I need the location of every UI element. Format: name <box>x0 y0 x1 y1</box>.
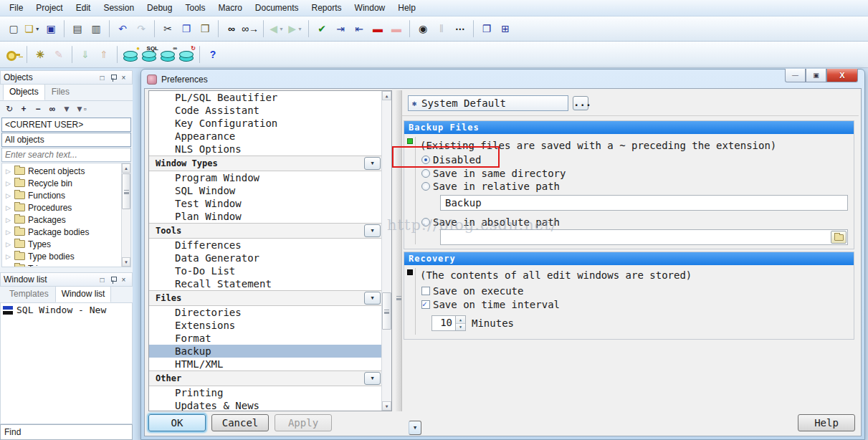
indent-icon[interactable]: ⇥ <box>331 19 350 38</box>
maximize-button[interactable]: ▣ <box>806 69 826 82</box>
minimize-button[interactable]: — <box>785 69 806 82</box>
redo-icon[interactable]: ↷ <box>132 19 151 38</box>
cut-icon[interactable]: ✂ <box>158 19 177 38</box>
scroll-up-icon[interactable]: ▲ <box>382 91 391 100</box>
dropdown-arrow-icon[interactable]: ▼ <box>12 52 17 57</box>
section-collapse-icon[interactable]: ▼ <box>364 372 381 385</box>
user-filter-combo[interactable]: <CURRENT USER> ▼ <box>1 118 131 132</box>
preferences-category-item[interactable]: Recall Statement <box>149 277 391 290</box>
outdent-icon[interactable]: ⇤ <box>350 19 368 38</box>
undo-icon[interactable]: ↶ <box>113 19 132 38</box>
preferences-category-item[interactable]: Tools ▼ <box>149 223 391 239</box>
filter-icon[interactable]: ▼ <box>60 102 73 115</box>
preferences-category-item[interactable]: Backup <box>149 345 391 358</box>
menu-item[interactable]: File <box>3 0 29 16</box>
tree-item[interactable]: ▷ Recent objects <box>2 165 130 177</box>
pin-panel-icon[interactable] <box>108 72 118 82</box>
help-button[interactable]: Help <box>798 414 855 431</box>
macro-pause-icon[interactable]: ‖ <box>432 19 451 38</box>
configure-icon[interactable]: ✳ <box>31 45 49 64</box>
radio-relative-path[interactable] <box>421 182 430 191</box>
preferences-list-scrollbar[interactable]: ▲ ▼ <box>381 91 391 411</box>
objects-tree-scrollbar[interactable]: ▲ ▼ <box>121 163 130 267</box>
tree-item[interactable]: ▷ Recycle bin <box>2 177 130 189</box>
section-collapse-icon[interactable]: ▼ <box>364 292 381 305</box>
preferences-category-item[interactable]: Program Window <box>149 171 391 184</box>
menu-item[interactable]: Tools <box>178 0 211 16</box>
float-panel-icon[interactable]: □ <box>97 72 108 82</box>
tree-item[interactable]: ▷ Functions <box>2 189 130 201</box>
preferences-category-item[interactable]: SQL Window <box>149 184 391 197</box>
expand-arrow-icon[interactable]: ▷ <box>6 265 11 268</box>
checkbox-save-on-interval[interactable] <box>421 300 430 309</box>
expand-arrow-icon[interactable]: ▷ <box>6 229 11 236</box>
preferences-category-item[interactable]: Printing <box>149 386 391 399</box>
preferences-category-item[interactable]: Code Assistant <box>149 104 391 117</box>
menu-item[interactable]: Help <box>391 0 422 16</box>
option-save-on-execute[interactable]: Save on execute <box>421 285 523 297</box>
scrollbar-thumb[interactable] <box>382 292 391 330</box>
pin-panel-icon[interactable] <box>108 274 118 284</box>
expand-arrow-icon[interactable]: ▷ <box>6 241 11 248</box>
option-absolute-path[interactable]: Save in absolute path <box>421 216 560 228</box>
tree-item[interactable]: ▷ Packages <box>2 214 130 226</box>
help-icon[interactable]: ? <box>204 45 222 64</box>
section-collapse-icon[interactable]: ▼ <box>364 224 381 237</box>
preferences-category-item[interactable]: Other ▼ <box>149 370 391 386</box>
preferences-category-item[interactable]: Updates & News <box>149 399 391 411</box>
filter-settings-icon[interactable]: ▼▫ <box>75 102 87 115</box>
menu-item[interactable]: Debug <box>140 0 178 16</box>
new-item-icon[interactable]: ▢ <box>4 19 23 38</box>
find-db-icon[interactable]: ∞ <box>158 45 177 64</box>
new-session-db-icon[interactable]: ● <box>121 45 140 64</box>
list-splitter[interactable] <box>396 90 401 411</box>
tile-windows-icon[interactable]: ⊞ <box>496 19 515 38</box>
menu-item[interactable]: Macro <box>211 0 248 16</box>
scroll-down-icon[interactable]: ▼ <box>122 257 130 267</box>
scroll-down-icon[interactable]: ▼ <box>382 401 391 411</box>
tab-window-list[interactable]: Window list <box>55 286 112 302</box>
find-icon[interactable]: ∞ <box>222 19 241 38</box>
combo-arrow-icon[interactable]: ▼ <box>409 421 421 435</box>
option-save-on-interval[interactable]: Save on time interval <box>421 299 560 310</box>
browse-folder-button[interactable] <box>831 231 846 244</box>
relative-path-field[interactable]: Backup <box>440 195 848 211</box>
refresh-icon[interactable]: ↻ <box>3 102 16 115</box>
save-icon[interactable]: ▣ <box>42 19 60 38</box>
menu-item[interactable]: Session <box>97 0 140 16</box>
expand-arrow-icon[interactable]: ▷ <box>6 216 11 224</box>
macro-library-icon[interactable]: ⋯ <box>451 19 469 38</box>
menu-item[interactable]: Documents <box>249 0 305 16</box>
clear-breakpoint-icon[interactable]: ▬ <box>387 19 406 38</box>
object-search-input[interactable] <box>1 148 131 162</box>
preferences-category-item[interactable]: Key Configuration <box>149 117 391 130</box>
preferences-category-item[interactable]: Directories <box>149 306 391 319</box>
open-file-icon[interactable]: ❏▼ <box>23 19 42 38</box>
print-preview-icon[interactable]: ▥ <box>87 19 105 38</box>
close-panel-icon[interactable]: × <box>118 72 129 82</box>
back-icon[interactable]: ◀▼ <box>267 19 286 38</box>
set-breakpoint-icon[interactable]: ▬ <box>368 19 387 38</box>
preferences-category-item[interactable]: Differences <box>149 239 391 252</box>
preferences-category-item[interactable]: PL/SQL Beautifier <box>149 91 391 104</box>
commit-icon[interactable]: ⇓ <box>76 45 95 64</box>
edit-icon[interactable]: ✎ <box>49 45 68 64</box>
tree-item[interactable]: ▷ Type bodies <box>2 250 130 262</box>
spin-down-icon[interactable]: ▼ <box>456 324 465 331</box>
float-panel-icon[interactable]: □ <box>97 274 108 284</box>
option-same-directory[interactable]: Save in same directory <box>421 168 566 179</box>
tree-item[interactable]: ▷ Triggers <box>2 262 130 267</box>
menu-item[interactable]: Edit <box>70 0 97 16</box>
profile-more-button[interactable]: ... <box>573 96 588 110</box>
expand-arrow-icon[interactable]: ▷ <box>6 168 11 175</box>
logon-icon[interactable]: ▼ <box>4 45 23 64</box>
collapse-icon[interactable]: − <box>32 102 44 115</box>
option-relative-path[interactable]: Save in relative path <box>421 181 560 192</box>
preferences-category-item[interactable]: Format <box>149 332 391 345</box>
section-collapse-icon[interactable]: ▼ <box>364 157 381 170</box>
rollback-icon[interactable]: ⇑ <box>95 45 113 64</box>
radio-absolute-path[interactable] <box>421 218 430 226</box>
checkbox-save-on-execute[interactable] <box>421 287 430 295</box>
find-bar[interactable]: Find <box>0 424 133 440</box>
close-panel-icon[interactable]: × <box>118 274 129 284</box>
